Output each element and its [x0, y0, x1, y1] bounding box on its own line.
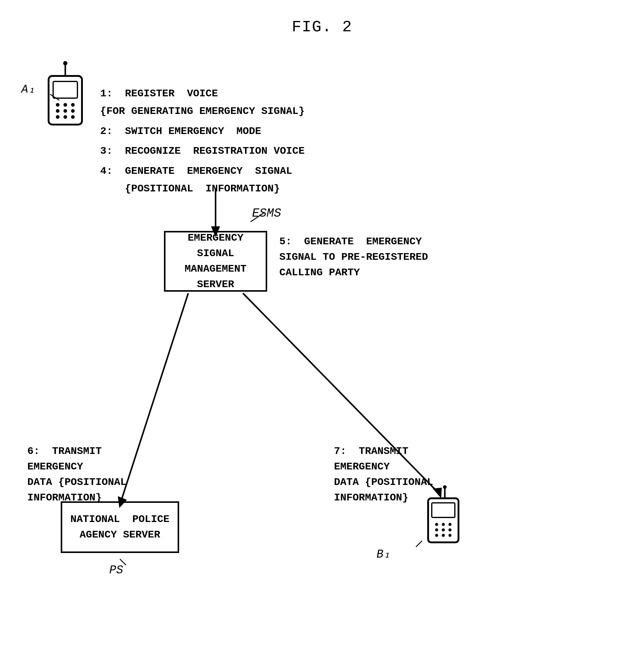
svg-point-33 [442, 534, 445, 537]
esms-label: ESMS [252, 207, 281, 220]
step7-text: 7: TRANSMIT EMERGENCYDATA {POSITIONAL IN… [334, 444, 474, 506]
esms-box: EMERGENCYSIGNAL MANAGEMENTSERVER [164, 231, 267, 292]
svg-rect-3 [53, 81, 78, 98]
svg-line-35 [416, 541, 422, 547]
police-box-text: NATIONAL POLICEAGENCY SERVER [71, 512, 170, 543]
figure-title: FIG. 2 [292, 18, 352, 36]
svg-point-8 [63, 109, 67, 113]
ps-label: PS [109, 564, 123, 577]
svg-point-4 [56, 103, 59, 106]
step2: 2: SWITCH EMERGENCY MODE [100, 123, 305, 140]
svg-point-9 [71, 109, 75, 113]
label-a1: A₁ [21, 82, 35, 96]
step4-line2: {POSITIONAL INFORMATION} [100, 180, 305, 198]
svg-point-5 [63, 103, 67, 106]
step5-text: 5: GENERATE EMERGENCYSIGNAL TO PRE-REGIS… [279, 234, 431, 280]
svg-point-12 [71, 115, 75, 119]
svg-point-26 [435, 523, 438, 526]
svg-point-29 [435, 528, 438, 531]
step1-line2: {FOR GENERATING EMERGENCY SIGNAL} [100, 103, 305, 120]
step4-line1: 4: GENERATE EMERGENCY SIGNAL [100, 163, 305, 180]
svg-point-34 [449, 534, 452, 537]
svg-point-28 [449, 523, 452, 526]
svg-point-30 [442, 528, 445, 531]
step3: 3: RECOGNIZE REGISTRATION VOICE [100, 142, 305, 160]
svg-point-32 [435, 534, 438, 537]
steps-text: 1: REGISTER VOICE {FOR GENERATING EMERGE… [100, 85, 305, 198]
police-box: NATIONAL POLICEAGENCY SERVER [61, 501, 179, 553]
svg-point-1 [63, 61, 67, 65]
svg-rect-2 [49, 76, 82, 125]
svg-point-31 [449, 528, 452, 531]
step1-line1: 1: REGISTER VOICE [100, 85, 305, 103]
svg-point-7 [56, 109, 59, 113]
svg-point-10 [56, 115, 59, 119]
phone-a1-icon [49, 61, 82, 125]
label-b1: B₁ [376, 547, 390, 561]
svg-point-27 [442, 523, 445, 526]
svg-point-11 [63, 115, 67, 119]
step6-text: 6: TRANSMIT EMERGENCYDATA {POSITIONAL IN… [27, 444, 167, 506]
svg-line-13 [50, 94, 59, 100]
esms-box-text: EMERGENCYSIGNAL MANAGEMENTSERVER [166, 230, 266, 292]
svg-point-6 [71, 103, 75, 106]
